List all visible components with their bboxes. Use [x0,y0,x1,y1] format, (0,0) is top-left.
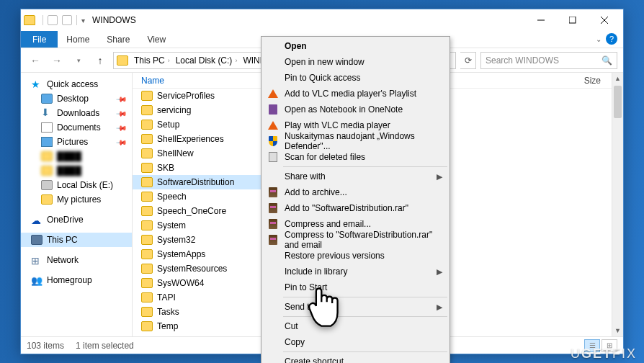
svg-rect-1 [569,17,576,23]
scroll-thumb[interactable] [614,86,622,118]
refresh-button[interactable]: ⟳ [460,52,476,69]
menu-label: Add to "SoftwareDistribution.rar" [285,203,408,213]
quick-access-toolbar [48,15,72,25]
crumb-c[interactable]: Local Disk (C:)› [173,55,241,66]
note-icon [267,104,279,115]
crumb-thispc[interactable]: This PC› [131,55,173,66]
menu-item[interactable]: Pin to Start [263,279,448,295]
scrollbar[interactable]: ▲ ▼ [612,73,623,336]
minimize-button[interactable] [525,10,557,30]
sidebar-item[interactable]: Documents📌 [21,120,132,135]
tab-home[interactable]: Home [58,32,98,48]
folder-icon [141,278,153,288]
menu-item[interactable]: Open in new window [263,54,448,70]
folder-icon [141,292,153,302]
folder-icon [141,91,153,101]
tab-file[interactable]: File [21,31,58,48]
menu-item[interactable]: Copy [263,334,448,350]
folder-icon [141,105,153,115]
file-name: SystemApps [157,249,205,259]
file-name: SKB [157,163,174,173]
file-name: Setup [157,120,179,130]
forward-button[interactable]: → [48,52,66,69]
col-name[interactable]: Name [137,76,252,86]
submenu-arrow-icon: ▶ [437,172,442,182]
menu-label: Pin to Quick access [285,73,360,83]
nav-quick-access[interactable]: ★ Quick access [21,77,132,91]
folder-icon [141,321,153,331]
menu-item[interactable]: Compress to "SoftwareDistribution.rar" a… [263,232,448,248]
pic-icon [41,137,53,147]
menu-label: Share with [285,171,326,182]
folder-icon [141,206,153,216]
menu-item[interactable]: Nuskaitymas naudojant „Windows Defender"… [263,133,448,149]
file-name: Speech [157,192,187,202]
folder-icon [141,220,153,230]
sidebar-item[interactable]: Pictures📌 [21,135,132,149]
help-icon[interactable]: ? [606,33,617,45]
menu-item[interactable]: Scan for deleted files [263,149,448,165]
menu-item[interactable]: Send to▶ [263,299,448,315]
file-name: Tasks [157,307,179,317]
submenu-arrow-icon: ▶ [437,302,442,312]
sidebar-item[interactable]: ⬇Downloads📌 [21,106,132,120]
sidebar-item[interactable]: ████ [21,163,132,178]
menu-label: Open as Notebook in OneNote [285,104,403,115]
sidebar-item[interactable]: Desktop📌 [21,91,132,106]
close-button[interactable] [589,10,620,30]
back-button[interactable]: ← [27,52,44,69]
menu-item[interactable]: Restore previous versions [263,248,448,264]
search-input[interactable]: Search WINDOWS 🔍 [480,52,617,69]
maximize-button[interactable] [557,10,589,30]
up-button[interactable]: ↑ [91,52,109,69]
folder-icon [141,177,153,187]
nav-label: This PC [47,235,78,245]
tab-view[interactable]: View [138,32,174,48]
scroll-down-icon[interactable]: ▼ [612,325,623,336]
file-name: System32 [157,235,195,245]
menu-label: Add to VLC media player's Playlist [285,89,416,99]
file-name: SoftwareDistribution [157,177,234,187]
watermark: UGETFIX [571,346,637,362]
nav-homegroup[interactable]: 👥 Homegroup [21,273,132,287]
qat-dropdown-icon[interactable]: ▾ [81,17,85,24]
menu-item[interactable]: Add to "SoftwareDistribution.rar" [263,200,448,216]
recent-dropdown-icon[interactable]: ▾ [70,52,87,69]
qat-properties-icon[interactable] [48,15,58,25]
menu-item[interactable]: Add to VLC media player's Playlist [263,86,448,102]
menu-label: Open [285,41,307,51]
menu-item[interactable]: Open [263,38,448,54]
folder-icon [141,134,153,144]
folder-icon [141,148,153,158]
nav-label: ████ [57,166,81,176]
nav-label: ████ [57,151,81,161]
nav-label: Quick access [47,79,98,89]
menu-item[interactable]: Open as Notebook in OneNote [263,102,448,117]
sidebar-item[interactable]: Local Disk (E:) [21,178,132,192]
menu-label: Create shortcut [285,357,344,363]
menu-item[interactable]: Cut [263,318,448,334]
folder-icon [41,194,53,205]
nav-this-pc[interactable]: This PC [21,233,132,247]
folder-icon [141,307,153,317]
scroll-up-icon[interactable]: ▲ [612,73,623,84]
nav-label: My pictures [57,194,101,205]
menu-item[interactable]: Create shortcut [263,354,448,363]
pin-icon: 📌 [116,136,128,148]
menu-item[interactable]: Add to archive... [263,184,448,200]
menu-item[interactable]: Share with▶ [263,169,448,184]
rar-icon [267,234,279,246]
file-name: ShellNew [157,148,194,158]
file-name: Speech_OneCore [157,206,226,216]
sidebar-item[interactable]: My pictures [21,192,132,207]
sidebar-item[interactable]: ████ [21,149,132,163]
tab-share[interactable]: Share [98,32,138,48]
menu-item[interactable]: Pin to Quick access [263,70,448,86]
nav-network[interactable]: ⊞ Network [21,253,132,267]
nav-onedrive[interactable]: ☁ OneDrive [21,212,132,227]
menu-label: Nuskaitymas naudojant „Windows Defender"… [285,131,434,151]
menu-item[interactable]: Include in library▶ [263,264,448,279]
qat-newfolder-icon[interactable] [62,15,72,25]
ribbon-expand-icon[interactable]: ⌄ [596,35,601,43]
col-size[interactable]: Size [580,76,605,86]
